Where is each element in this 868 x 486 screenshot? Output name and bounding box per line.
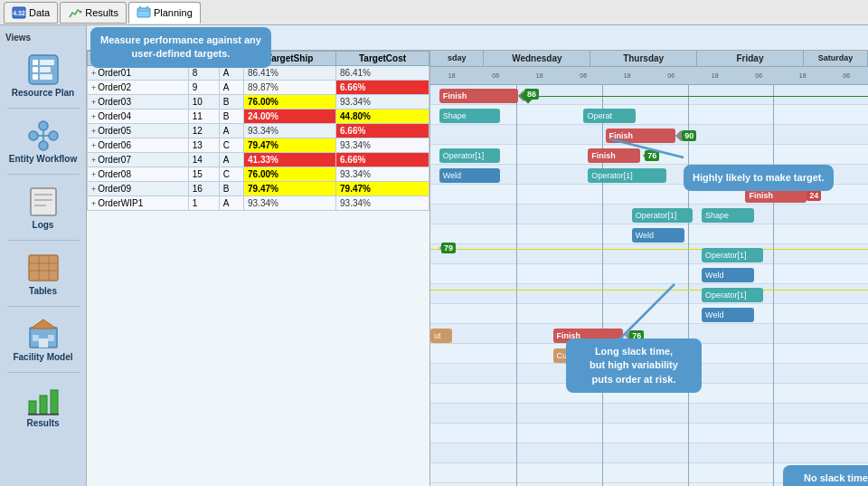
expand-cell: +Order06 <box>88 138 189 153</box>
expand-cell: +Order01 <box>88 66 189 81</box>
order-priority: C <box>219 167 243 182</box>
sidebar: Views Resource Plan <box>0 25 87 486</box>
tables-label: Tables <box>29 286 57 297</box>
logs-icon <box>25 184 61 220</box>
order-priority: B <box>219 110 243 124</box>
entity-workflow-label: Entity Workflow <box>9 154 77 165</box>
expand-button[interactable]: + <box>91 141 96 150</box>
split-pane: Entity # P TargetShip TargetCost +Order0… <box>87 51 868 486</box>
table-row: +Order0714A41.33%6.66% <box>88 153 429 167</box>
order-cost: 6.66% <box>336 124 429 138</box>
resource-plan-icon <box>25 52 61 88</box>
expand-button[interactable]: + <box>91 170 96 179</box>
entity-name: Order01 <box>98 68 131 78</box>
order-priority: B <box>219 95 243 110</box>
entity-name: Order06 <box>98 140 131 150</box>
order-num: 9 <box>188 81 219 95</box>
svg-rect-35 <box>40 395 47 414</box>
bar-order07-weld: Weld <box>702 308 754 322</box>
table-row: +Order0411B24.00%44.80% <box>88 110 429 124</box>
expand-button[interactable]: + <box>91 69 96 78</box>
gantt-pane: sday Wednesday Thursday Friday Saturday … <box>430 51 868 486</box>
expand-button[interactable]: + <box>91 185 96 194</box>
bar-order08-cut-left: ut <box>430 329 452 343</box>
facility-model-icon <box>25 316 61 352</box>
results-icon <box>68 6 82 19</box>
svg-rect-9 <box>33 67 38 72</box>
order-cost: 93.34% <box>336 138 429 153</box>
bar-order05-shape: Shape <box>702 208 754 223</box>
bar-order05-operator: Operator[1] <box>632 208 693 223</box>
sidebar-item-resource-plan[interactable]: Resource Plan <box>3 48 84 102</box>
day-saturday: Saturday <box>804 51 868 66</box>
svg-point-2 <box>80 10 82 13</box>
label-90: 90 <box>682 130 696 141</box>
expand-cell: +Order09 <box>88 182 189 196</box>
divider-4 <box>7 306 80 307</box>
sidebar-item-logs[interactable]: Logs <box>3 180 84 234</box>
views-label: Views <box>2 33 31 43</box>
expand-button[interactable]: + <box>91 156 96 165</box>
order-ship: 79.47% <box>244 182 336 196</box>
order-table: Entity # P TargetShip TargetCost +Order0… <box>87 51 429 211</box>
expand-button[interactable]: + <box>91 98 96 107</box>
bar-order02-operat: Operat <box>583 109 636 123</box>
expand-button[interactable]: + <box>91 83 96 92</box>
gantt-days: sday Wednesday Thursday Friday Saturday <box>430 51 868 67</box>
entity-name: Order07 <box>98 155 131 165</box>
svg-rect-31 <box>39 338 48 348</box>
table-row: +OrderWIP11A93.34%93.34% <box>88 196 429 211</box>
svg-point-17 <box>39 141 48 150</box>
tab-results[interactable]: Results <box>60 2 127 24</box>
sidebar-item-facility-model[interactable]: Facility Model <box>3 312 84 367</box>
order-ship: 89.87% <box>244 81 336 95</box>
svg-rect-13 <box>40 74 52 80</box>
gantt-header: sday Wednesday Thursday Friday Saturday … <box>430 51 868 85</box>
tab-planning[interactable]: Planning <box>128 2 201 24</box>
table-row: +Order0310B76.00%93.34% <box>88 95 429 110</box>
expand-cell: +Order07 <box>88 153 189 167</box>
svg-point-16 <box>39 121 48 130</box>
tables-icon <box>25 250 61 286</box>
main-area: Views Resource Plan <box>0 25 868 486</box>
svg-rect-34 <box>29 401 36 414</box>
connector-order07 <box>430 290 868 291</box>
order-cost: 93.34% <box>336 196 429 211</box>
results-icon-sidebar <box>25 382 61 418</box>
order-cost: 44.80% <box>336 110 429 124</box>
tab-results-label: Results <box>85 7 118 18</box>
order-ship: 24.00% <box>244 110 336 124</box>
expand-button[interactable]: + <box>91 112 96 121</box>
svg-text:4.32: 4.32 <box>13 10 25 16</box>
order-ship: 76.00% <box>244 167 336 182</box>
expand-cell: +Order08 <box>88 167 189 182</box>
order-num: 11 <box>188 110 219 124</box>
order-priority: C <box>219 138 243 153</box>
day-friday: Friday <box>697 51 804 66</box>
order-priority: A <box>219 196 243 211</box>
entity-name: Order02 <box>98 82 131 92</box>
svg-rect-32 <box>33 335 39 341</box>
sidebar-item-entity-workflow[interactable]: Entity Workflow <box>3 114 84 168</box>
expand-button[interactable]: + <box>91 127 96 136</box>
entity-name: Order03 <box>98 97 131 107</box>
tab-data[interactable]: 4.32 Data <box>4 2 58 24</box>
order-ship: 86.41% <box>244 66 336 81</box>
planning-icon <box>137 6 151 19</box>
order-num: 14 <box>188 153 219 167</box>
expand-cell: +Order05 <box>88 124 189 138</box>
sidebar-item-results[interactable]: Results <box>3 378 84 433</box>
sidebar-item-tables[interactable]: Tables <box>3 246 84 300</box>
order-num: 12 <box>188 124 219 138</box>
svg-rect-33 <box>48 335 54 341</box>
bar-order01-finish: Finish <box>439 89 518 103</box>
table-row: +Order0512A93.34%6.66% <box>88 124 429 138</box>
svg-rect-10 <box>33 74 38 80</box>
expand-button[interactable]: + <box>91 199 96 208</box>
order-cost: 93.34% <box>336 167 429 182</box>
bar-order07-operator: Operator[1] <box>702 288 763 302</box>
svg-rect-36 <box>51 390 58 414</box>
order-ship: 93.34% <box>244 196 336 211</box>
connector-order01 <box>524 96 868 97</box>
day-thursday: Thursday <box>590 51 697 66</box>
